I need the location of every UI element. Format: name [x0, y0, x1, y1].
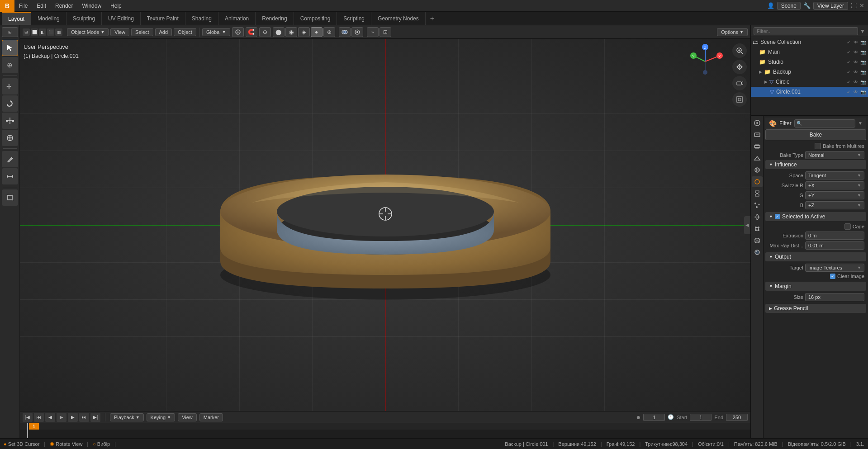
jump-prev-keyframe-btn[interactable]: ⏮ [34, 413, 44, 422]
max-ray-dist-input[interactable]: 0.01 m [805, 241, 864, 250]
menu-render[interactable]: Render [51, 0, 77, 11]
view-layer-name[interactable]: View Layer [813, 2, 848, 10]
prop-data-icon[interactable] [752, 235, 763, 246]
vis-render-6[interactable]: 📷 [860, 90, 866, 95]
viewport-shade-1[interactable]: ⬤ [273, 27, 285, 37]
backup-expand-arrow[interactable]: ▶ [759, 70, 762, 74]
tab-shading[interactable]: Shading [185, 12, 218, 25]
select-menu[interactable]: Select [131, 28, 153, 36]
time-clock-icon[interactable]: 🕐 [668, 414, 674, 420]
prop-scene-icon[interactable] [752, 153, 763, 164]
add-workspace-button[interactable]: + [426, 14, 439, 23]
outliner-scene-collection[interactable]: 🗃 Scene Collection ✓ 👁 📷 [751, 37, 868, 47]
vis-check-6[interactable]: ✓ [845, 90, 852, 95]
viewport-shade-4[interactable]: ● [311, 27, 323, 37]
tab-geometry-nodes[interactable]: Geometry Nodes [371, 12, 426, 25]
vis-check-2[interactable]: ✓ [845, 50, 852, 55]
vis-check-1[interactable]: ✓ [845, 40, 852, 45]
prop-physics-icon[interactable] [752, 212, 763, 222]
size-input[interactable]: 16 px [805, 293, 864, 301]
prop-material-icon[interactable] [752, 247, 763, 258]
prop-view-layer-icon[interactable] [752, 141, 763, 152]
viewport-shade-2[interactable]: ◉ [285, 27, 297, 37]
blender-logo[interactable]: B [0, 0, 14, 12]
timeline-ruler[interactable]: 1 10 20 30 40 50 60 70 80 90 100 110 [20, 423, 750, 438]
marker-btn[interactable]: Marker [199, 413, 223, 421]
outliner-circle[interactable]: ▶ ▽ Circle ✓ 👁 📷 [751, 77, 868, 87]
prop-output-icon[interactable] [752, 129, 763, 140]
prop-render-icon[interactable] [752, 118, 763, 128]
swizzle-g-selector[interactable]: +Y ▼ [805, 191, 864, 199]
tab-scripting[interactable]: Scripting [337, 12, 371, 25]
outliner-main[interactable]: 📁 Main ✓ 👁 📷 [751, 47, 868, 57]
tab-texture-paint[interactable]: Texture Paint [141, 12, 185, 25]
jump-next-keyframe-btn[interactable]: ⏭ [79, 413, 89, 422]
transform-orientation-btn[interactable] [232, 27, 244, 37]
vis-eye-5[interactable]: 👁 [853, 80, 859, 85]
clear-image-checkbox[interactable]: ✓ [830, 274, 835, 279]
options-btn[interactable]: Options ▼ [717, 28, 748, 36]
add-menu[interactable]: Add [155, 28, 172, 36]
outliner-filter-icon[interactable]: ▼ [860, 28, 865, 34]
prop-object-icon[interactable] [752, 176, 763, 187]
prop-search-input[interactable]: 🔍 [794, 119, 855, 128]
object-menu[interactable]: Object [174, 28, 196, 36]
header-tiny-icons[interactable]: ⊞ [2, 27, 18, 37]
tab-rendering[interactable]: Rendering [256, 12, 294, 25]
selected-to-active-checkbox[interactable]: ✓ [775, 214, 780, 219]
render-region-btn[interactable]: ⊡ [379, 27, 391, 37]
viewport-gizmo[interactable]: Z X Y [687, 43, 723, 80]
render-view-btn[interactable]: ~ [367, 27, 379, 37]
swizzle-r-selector[interactable]: +X ▼ [805, 181, 864, 189]
margin-section-header[interactable]: ▼ Margin [765, 282, 866, 291]
transform-selector[interactable]: Global ▼ [202, 28, 230, 36]
menu-file[interactable]: File [14, 0, 32, 11]
vis-render-4[interactable]: 📷 [860, 70, 866, 75]
vis-eye-1[interactable]: 👁 [853, 40, 859, 45]
vis-check-5[interactable]: ✓ [845, 80, 852, 85]
vis-eye-3[interactable]: 👁 [853, 60, 859, 65]
bake-button[interactable]: Bake [765, 129, 866, 140]
tab-modeling[interactable]: Modeling [31, 12, 66, 25]
view-btn[interactable]: View [178, 413, 197, 421]
xray-btn[interactable] [351, 27, 363, 37]
cage-checkbox[interactable] [844, 223, 851, 230]
selected-to-active-header[interactable]: ▼ ✓ Selected to Active [765, 212, 866, 221]
vis-render-1[interactable]: 📷 [860, 40, 866, 45]
tab-layout[interactable]: Layout [2, 12, 31, 25]
prop-world-icon[interactable] [752, 165, 763, 175]
rotate-tool-btn[interactable] [2, 95, 18, 112]
add-cube-tool-btn[interactable] [2, 189, 18, 206]
vis-render-2[interactable]: 📷 [860, 50, 866, 55]
grease-pencil-section-header[interactable]: ▶ Grease Pencil [765, 304, 866, 313]
measure-tool-btn[interactable] [2, 168, 18, 184]
menu-edit[interactable]: Edit [32, 0, 51, 11]
fullscreen-icon[interactable]: ⛶ [851, 2, 857, 9]
viewport-collapse-handle[interactable]: ◀ [744, 216, 750, 234]
prop-header-options[interactable]: ▼ [858, 121, 863, 126]
select-tool-btn[interactable] [2, 40, 18, 56]
viewport-shade-3[interactable]: ◈ [298, 27, 310, 37]
target-selector[interactable]: Image Textures ▼ [805, 264, 864, 272]
move-tool-btn[interactable]: ✛ [2, 78, 18, 95]
3d-viewport[interactable]: User Perspective (1) Backup | Circle.001… [20, 39, 750, 411]
vis-render-5[interactable]: 📷 [860, 80, 866, 85]
view-menu[interactable]: View [110, 28, 129, 36]
outliner-backup[interactable]: ▶ 📁 Backup ✓ 👁 📷 [751, 67, 868, 77]
start-frame-input[interactable] [690, 414, 711, 421]
close-icon[interactable]: ✕ [859, 2, 864, 9]
step-forward-btn[interactable]: ▶ [68, 413, 78, 422]
play-btn[interactable]: ▶ [57, 413, 66, 422]
circle-expand-arrow[interactable]: ▶ [764, 80, 768, 84]
camera-view-btn[interactable] [732, 76, 747, 90]
prop-modifier-icon[interactable] [752, 188, 763, 199]
proportional-edit-btn[interactable]: ⊙ [259, 27, 271, 37]
annotate-tool-btn[interactable] [2, 151, 18, 167]
swizzle-b-selector[interactable]: +Z ▼ [805, 201, 864, 209]
vis-render-3[interactable]: 📷 [860, 60, 866, 65]
viewport-shade-5[interactable]: ⊛ [323, 27, 335, 37]
bake-multires-checkbox[interactable] [815, 143, 821, 149]
influence-section-header[interactable]: ▼ Influence [765, 160, 866, 169]
scene-name[interactable]: Scene [777, 2, 801, 10]
pan-btn[interactable] [732, 60, 747, 74]
